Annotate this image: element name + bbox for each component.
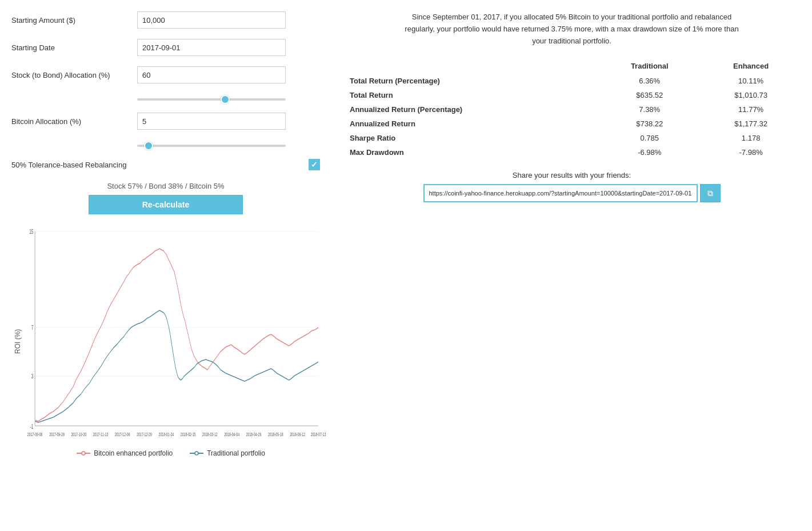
svg-text:2018-05-18: 2018-05-18	[268, 431, 283, 437]
table-row: Max Drawdown -6.98% -7.98%	[343, 145, 801, 159]
results-table: Traditional Enhanced Total Return (Perce…	[343, 58, 801, 159]
rebalancing-label: 50% Tolerance-based Rebalancing	[11, 161, 309, 169]
stock-bond-slider[interactable]	[137, 98, 286, 101]
svg-text:2018-01-24: 2018-01-24	[159, 431, 174, 437]
table-row: Total Return (Percentage) 6.36% 10.11%	[343, 74, 801, 88]
svg-text:15: 15	[29, 228, 33, 235]
bitcoin-alloc-row: Bitcoin Allocation (%)	[11, 113, 320, 130]
svg-text:2018-04-04: 2018-04-04	[224, 431, 239, 437]
share-label: Share your results with your friends:	[343, 171, 801, 179]
stock-bond-label: Stock (to Bond) Allocation (%)	[11, 71, 137, 79]
svg-text:3: 3	[31, 373, 34, 380]
legend-traditional-icon	[190, 450, 203, 457]
svg-point-26	[82, 452, 85, 455]
row-label: Max Drawdown	[343, 145, 598, 159]
row-label: Annualized Return	[343, 117, 598, 131]
starting-amount-label: Starting Amount ($)	[11, 16, 137, 25]
chart-section: ROI (%)	[11, 226, 320, 457]
svg-text:-1: -1	[30, 423, 34, 430]
svg-text:2018-07-13: 2018-07-13	[311, 431, 326, 437]
starting-amount-row: Starting Amount ($)	[11, 11, 320, 29]
recalculate-button[interactable]: Re-calculate	[89, 195, 243, 214]
row-enhanced: $1,010.73	[701, 88, 801, 102]
row-enhanced: -7.98%	[701, 145, 801, 159]
bitcoin-alloc-input[interactable]	[137, 113, 286, 130]
stock-bond-input[interactable]	[137, 66, 286, 83]
row-traditional: $738.22	[598, 117, 701, 131]
results-header-row: Traditional Enhanced	[343, 58, 801, 74]
row-traditional: 7.38%	[598, 102, 701, 117]
chart-svg: 15 7 3 -1	[22, 226, 320, 443]
legend-traditional-label: Traditional portfolio	[207, 449, 265, 457]
legend-bitcoin-icon	[77, 450, 90, 457]
svg-text:2017-09-06: 2017-09-06	[27, 431, 43, 437]
bitcoin-alloc-label: Bitcoin Allocation (%)	[11, 117, 137, 126]
table-row: Annualized Return (Percentage) 7.38% 11.…	[343, 102, 801, 117]
svg-text:2017-12-29: 2017-12-29	[137, 431, 152, 437]
row-label: Total Return	[343, 88, 598, 102]
starting-date-row: Starting Date	[11, 39, 320, 56]
stock-bond-row: Stock (to Bond) Allocation (%)	[11, 66, 320, 83]
rebalancing-checkbox[interactable]	[309, 159, 320, 170]
svg-text:2017-11-13: 2017-11-13	[93, 431, 109, 437]
starting-date-input[interactable]	[137, 39, 286, 56]
svg-text:2018-04-26: 2018-04-26	[246, 431, 262, 437]
row-enhanced: 10.11%	[701, 74, 801, 88]
table-row: Annualized Return $738.22 $1,177.32	[343, 117, 801, 131]
svg-text:7: 7	[31, 324, 34, 331]
chart-area: 15 7 3 -1	[22, 226, 320, 457]
col-header-empty	[343, 58, 598, 74]
svg-text:2017-09-28: 2017-09-28	[49, 431, 65, 437]
row-enhanced: 11.77%	[701, 102, 801, 117]
svg-point-28	[195, 452, 198, 455]
table-row: Total Return $635.52 $1,010.73	[343, 88, 801, 102]
bitcoin-slider-container	[137, 140, 286, 149]
svg-text:2017-12-06: 2017-12-06	[115, 431, 130, 437]
rebalancing-row: 50% Tolerance-based Rebalancing	[11, 159, 320, 170]
starting-date-label: Starting Date	[11, 43, 137, 52]
legend-bitcoin: Bitcoin enhanced portfolio	[77, 449, 173, 457]
svg-text:2018-02-15: 2018-02-15	[181, 431, 196, 437]
legend-traditional: Traditional portfolio	[190, 449, 265, 457]
row-traditional: 0.785	[598, 131, 701, 145]
stock-bond-slider-row	[11, 94, 320, 102]
row-enhanced: $1,177.32	[701, 117, 801, 131]
row-traditional: 6.36%	[598, 74, 701, 88]
left-panel: Starting Amount ($) Starting Date Stock …	[11, 11, 320, 457]
share-url-input[interactable]	[423, 184, 698, 202]
starting-amount-input[interactable]	[137, 11, 286, 29]
svg-text:2018-06-12: 2018-06-12	[290, 431, 305, 437]
row-label: Sharpe Ratio	[343, 131, 598, 145]
table-row: Sharpe Ratio 0.785 1.178	[343, 131, 801, 145]
results-tbody: Total Return (Percentage) 6.36% 10.11% T…	[343, 74, 801, 159]
main-container: Starting Amount ($) Starting Date Stock …	[11, 11, 801, 457]
row-enhanced: 1.178	[701, 131, 801, 145]
share-section: Share your results with your friends: ⧉	[343, 171, 801, 202]
row-traditional: -6.98%	[598, 145, 701, 159]
allocation-display: Stock 57% / Bond 38% / Bitcoin 5%	[11, 182, 320, 190]
share-input-row: ⧉	[343, 184, 801, 202]
svg-text:2018-03-12: 2018-03-12	[202, 431, 218, 437]
chart-wrapper: ROI (%)	[11, 226, 320, 457]
col-header-traditional: Traditional	[598, 58, 701, 74]
legend-bitcoin-label: Bitcoin enhanced portfolio	[94, 449, 173, 457]
summary-text: Since September 01, 2017, if you allocat…	[401, 11, 743, 47]
bitcoin-slider-row	[11, 140, 320, 149]
chart-legend: Bitcoin enhanced portfolio Traditional p…	[22, 449, 320, 457]
y-axis-label: ROI (%)	[11, 226, 22, 457]
right-panel: Since September 01, 2017, if you allocat…	[343, 11, 801, 457]
bitcoin-slider[interactable]	[137, 145, 286, 147]
row-label: Total Return (Percentage)	[343, 74, 598, 88]
copy-icon: ⧉	[707, 189, 713, 198]
row-label: Annualized Return (Percentage)	[343, 102, 598, 117]
copy-button[interactable]: ⧉	[700, 184, 721, 202]
col-header-enhanced: Enhanced	[701, 58, 801, 74]
row-traditional: $635.52	[598, 88, 701, 102]
svg-text:2017-10-20: 2017-10-20	[71, 431, 86, 437]
svg-rect-0	[35, 231, 318, 426]
stock-bond-slider-container	[137, 94, 286, 102]
